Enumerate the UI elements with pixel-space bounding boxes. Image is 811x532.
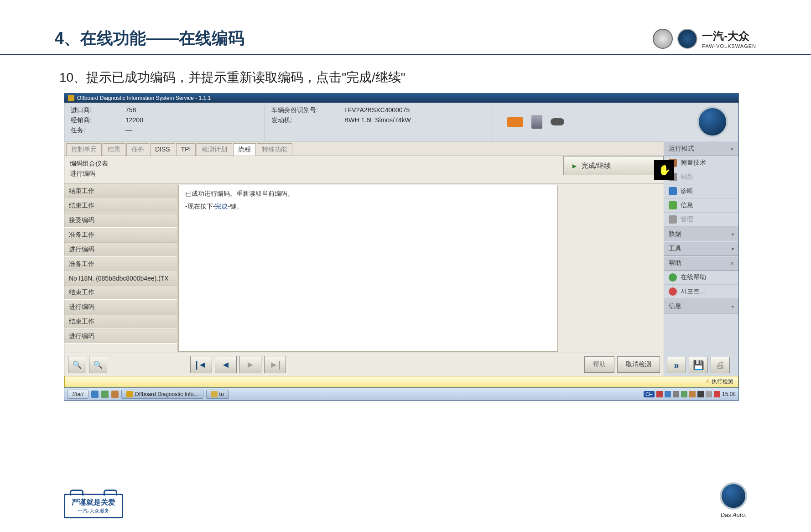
rp-tools-head[interactable]: 工具▾ [664, 241, 738, 256]
finish-continue-button[interactable]: ► 完成/继续 [563, 156, 664, 175]
step-item[interactable]: 准备工作 [64, 257, 177, 271]
app-icon [68, 95, 74, 101]
msg-line2: -现在按下-完成-键。 [185, 203, 551, 211]
tray-icon[interactable] [673, 391, 679, 397]
tab-1[interactable]: 结果 [103, 143, 125, 156]
system-tray: CH 15:08 [644, 391, 736, 397]
tab-4[interactable]: TPI [176, 143, 196, 156]
tab-3[interactable]: DISS [150, 143, 175, 156]
window-title: Offboard Diagnostic Information System S… [77, 95, 211, 101]
rp-help-head[interactable]: 帮助✕ [664, 256, 738, 271]
tab-0[interactable]: 控制单元 [66, 143, 102, 156]
vin-label: 车辆身份识别号: [271, 106, 344, 115]
rp-item[interactable]: 测量技术 [664, 156, 738, 170]
window-titlebar: Offboard Diagnostic Information System S… [64, 94, 738, 103]
engine-label: 发动机: [271, 116, 344, 125]
step-item[interactable]: 结束工作 [64, 198, 177, 213]
tray-icon[interactable] [689, 391, 696, 397]
rp-data-head[interactable]: 数据▾ [664, 227, 738, 241]
vin-value: LFV2A2BSXC4000075 [344, 106, 410, 115]
chevron-icon: ✕ [730, 261, 734, 266]
info-left: 进口商:758 经销商:12200 任务:— [64, 103, 265, 141]
vw-logo-icon [677, 29, 697, 49]
bottom-toolbar: 🔍 🔍 |◄ ◄ ► ►| 帮助 取消检测 [64, 353, 664, 376]
nav-prev-button[interactable]: ◄ [215, 356, 237, 373]
right-panel: 运行模式✕ 测量技术刷新诊断信息管理 数据▾ 工具▾ 帮助✕ 在线帮助서포트..… [664, 141, 738, 376]
car-icon [507, 117, 523, 127]
step-item[interactable]: 准备工作 [64, 228, 177, 242]
rp-item[interactable]: 信息 [664, 198, 738, 213]
dealer-value: 12200 [125, 116, 143, 125]
brand-logos: 一汽-大众 FAW-VOLKSWAGEN [653, 29, 756, 49]
rp-item[interactable]: 서포트... [664, 285, 738, 299]
taskbar: Start Offboard Diagnostic Info... tu CH … [64, 387, 738, 400]
step-item[interactable]: 进行编码 [64, 242, 177, 257]
message-area: 已成功进行编码。重新读取当前编码。 -现在按下-完成-键。 [178, 185, 558, 352]
tray-icon[interactable] [714, 391, 720, 397]
start-button[interactable]: Start [67, 390, 88, 399]
tab-7[interactable]: 特殊功能 [257, 143, 292, 156]
finish-label: 完成/继续 [582, 162, 611, 170]
tab-row: 控制单元结果任务DISSTPI检测计划流程特殊功能 [64, 141, 664, 156]
tab-6[interactable]: 流程 [233, 143, 256, 156]
rp-expand-button[interactable]: » [667, 357, 686, 373]
step-item[interactable]: 进行编码 [64, 329, 177, 344]
step-list[interactable]: 结束工作结束工作接受编码准备工作进行编码准备工作No I18N. (085b8d… [64, 184, 177, 353]
rp-save-button[interactable]: 💾 [689, 357, 708, 373]
importer-label: 进口商: [71, 106, 125, 115]
quicklaunch-icon[interactable] [91, 391, 99, 398]
rp-item[interactable]: 诊断 [664, 184, 738, 198]
engine-value: BWH 1.6L Simos/74kW [344, 116, 411, 125]
nav-next-button[interactable]: ► [239, 356, 261, 373]
nav-last-button[interactable]: ►| [264, 356, 286, 373]
step-item[interactable]: 进行编码 [64, 300, 177, 314]
chevron-icon: ✕ [730, 146, 734, 151]
info-mid: 车辆身份识别号:LFV2A2BSXC4000075 发动机:BWH 1.6L S… [265, 103, 493, 141]
cancel-test-button[interactable]: 取消检测 [617, 356, 660, 373]
step-item[interactable]: 结束工作 [64, 184, 177, 198]
slide-caption: 10、提示已成功编码，并提示重新读取编码，点击"完成/继续" [0, 55, 811, 93]
quicklaunch-icon[interactable] [101, 391, 109, 398]
rp-item-icon [669, 273, 677, 282]
tray-icon[interactable] [665, 391, 671, 397]
chevron-down-icon: ▾ [732, 246, 734, 251]
step-item[interactable]: 接受编码 [64, 213, 177, 228]
step-item[interactable]: 结束工作 [64, 285, 177, 300]
rp-item-icon [669, 187, 677, 195]
cursor-hand-icon [654, 160, 674, 180]
rp-mode-head[interactable]: 运行模式✕ [664, 141, 738, 156]
task-value: — [125, 126, 132, 135]
play-icon: ► [571, 162, 578, 170]
rp-print-button[interactable]: 🖨 [711, 357, 730, 373]
tray-icon[interactable] [697, 391, 704, 397]
chevron-down-icon: ▾ [732, 232, 734, 237]
tray-icon[interactable] [706, 391, 712, 397]
brand-cn: 一汽-大众 [702, 29, 756, 43]
service-stamp: 严谨就是关爱 一汽-大众服务 [64, 494, 123, 518]
tray-icon[interactable] [681, 391, 687, 397]
tab-5[interactable]: 检测计划 [197, 143, 232, 156]
taskbar-app-folder[interactable]: tu [206, 390, 229, 399]
content-header: 编码组合仪表 进行编码 ► 完成/继续 [64, 156, 664, 184]
zoom-out-button[interactable]: 🔍 [68, 356, 86, 373]
step-item[interactable]: No I18N. (085b8dbc8000b4ee).(TX [64, 271, 177, 285]
lang-indicator[interactable]: CH [644, 391, 655, 397]
taskbar-app-odis[interactable]: Offboard Diagnostic Info... [121, 390, 203, 399]
clock: 15:08 [722, 391, 736, 397]
rp-item[interactable]: 管理 [664, 213, 738, 227]
msg-line1: 已成功进行编码。重新读取当前编码。 [185, 190, 551, 198]
zoom-in-button[interactable]: 🔍 [89, 356, 107, 373]
rp-item[interactable]: 在线帮助 [664, 271, 738, 285]
help-button[interactable]: 帮助 [584, 356, 614, 373]
rp-item[interactable]: 刷新 [664, 170, 738, 184]
vw-badge-icon [697, 106, 728, 137]
rp-info-head[interactable]: 信息▾ [664, 299, 738, 313]
quicklaunch-icon[interactable] [111, 391, 119, 398]
dealer-label: 经销商: [71, 116, 125, 125]
nav-first-button[interactable]: |◄ [190, 356, 212, 373]
step-item[interactable]: 结束工作 [64, 314, 177, 329]
app-window: Offboard Diagnostic Information System S… [64, 93, 739, 401]
tray-icon[interactable] [656, 391, 663, 397]
tab-2[interactable]: 任务 [126, 143, 149, 156]
importer-value: 758 [125, 106, 136, 115]
